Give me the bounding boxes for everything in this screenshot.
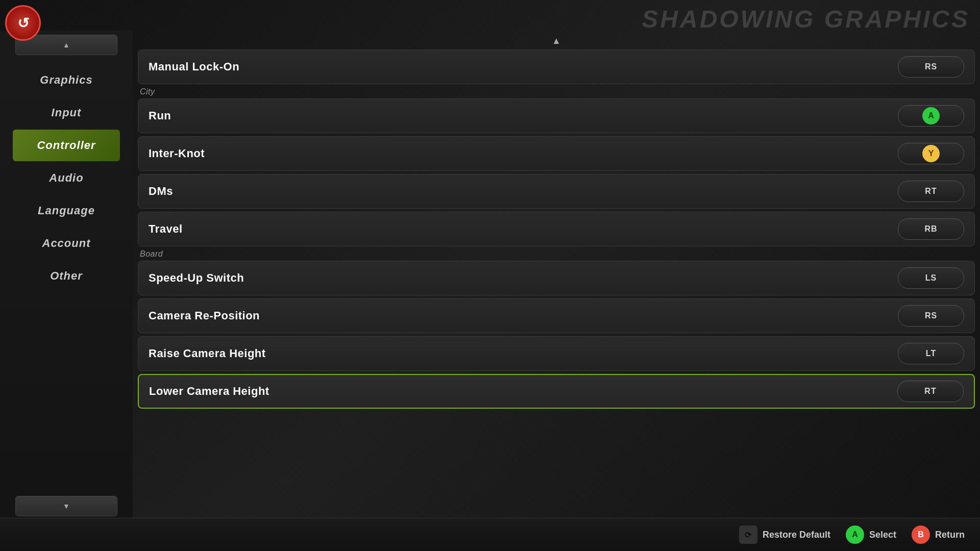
button-badge-rt-dms: RT xyxy=(920,187,942,196)
logo-icon: ↺ xyxy=(5,5,41,41)
setting-label-lower-camera-height: Lower Camera Height xyxy=(149,385,270,398)
setting-row-run[interactable]: Run A xyxy=(138,98,975,133)
setting-button-travel: RB xyxy=(898,218,964,240)
select-action[interactable]: A Select xyxy=(846,525,896,544)
setting-button-interknot: Y xyxy=(898,143,964,164)
bottom-bar: ⟳ Restore Default A Select B Return xyxy=(0,518,980,551)
select-label: Select xyxy=(869,530,896,540)
setting-button-dms: RT xyxy=(898,181,964,202)
section-label-city: City xyxy=(140,87,975,96)
button-badge-rs: RS xyxy=(920,62,942,71)
setting-row-raise-camera-height[interactable]: Raise Camera Height LT xyxy=(138,336,975,371)
setting-button-camera-reposition: RS xyxy=(898,305,964,327)
setting-row-manual-lock-on[interactable]: Manual Lock-On RS xyxy=(138,49,975,84)
select-icon: A xyxy=(846,525,864,544)
sidebar: ▲ Graphics Input Controller Audio Langua… xyxy=(0,31,133,520)
setting-row-dms[interactable]: DMs RT xyxy=(138,174,975,209)
sidebar-item-input[interactable]: Input xyxy=(13,97,120,129)
chevron-up-icon: ▲ xyxy=(63,41,70,49)
sidebar-item-language[interactable]: Language xyxy=(13,195,120,227)
setting-button-speed-up-switch: LS xyxy=(898,267,964,289)
return-action[interactable]: B Return xyxy=(912,525,965,544)
sidebar-item-graphics[interactable]: Graphics xyxy=(13,64,120,96)
return-icon: B xyxy=(912,525,930,544)
return-label: Return xyxy=(935,530,965,540)
setting-button-manual-lock-on: RS xyxy=(898,56,964,78)
setting-label-speed-up-switch: Speed-Up Switch xyxy=(149,271,244,285)
sidebar-items-list: Graphics Input Controller Audio Language… xyxy=(7,59,126,492)
setting-row-travel[interactable]: Travel RB xyxy=(138,212,975,246)
button-badge-y: Y xyxy=(922,145,940,162)
setting-button-run: A xyxy=(898,105,964,127)
button-badge-lt: LT xyxy=(921,349,941,358)
setting-label-interknot: Inter-Knot xyxy=(149,147,205,160)
setting-label-run: Run xyxy=(149,109,171,122)
button-badge-rs-cam: RS xyxy=(920,311,942,320)
setting-button-raise-camera-height: LT xyxy=(898,343,964,364)
top-right-decoration: SHADOWING GRAPHICS xyxy=(642,5,970,33)
button-badge-ls: LS xyxy=(920,273,942,283)
restore-default-icon: ⟳ xyxy=(739,525,757,544)
sidebar-item-audio[interactable]: Audio xyxy=(13,162,120,194)
setting-label-camera-reposition: Camera Re-Position xyxy=(149,309,260,322)
setting-row-camera-reposition[interactable]: Camera Re-Position RS xyxy=(138,298,975,333)
sidebar-item-controller[interactable]: Controller xyxy=(13,130,120,161)
logo-symbol: ↺ xyxy=(17,15,29,32)
setting-label-raise-camera-height: Raise Camera Height xyxy=(149,347,266,360)
setting-row-speed-up-switch[interactable]: Speed-Up Switch LS xyxy=(138,261,975,295)
sidebar-item-account[interactable]: Account xyxy=(13,228,120,259)
chevron-down-icon: ▼ xyxy=(63,502,70,510)
setting-row-lower-camera-height[interactable]: Lower Camera Height RT xyxy=(138,374,975,409)
setting-row-interknot[interactable]: Inter-Knot Y xyxy=(138,136,975,171)
setting-label-travel: Travel xyxy=(149,222,183,236)
scroll-up-indicator: ▲ xyxy=(138,36,975,46)
button-badge-rb: RB xyxy=(919,224,942,234)
sidebar-item-other[interactable]: Other xyxy=(13,260,120,292)
button-badge-rt-cam: RT xyxy=(919,387,941,396)
main-content: ▲ Manual Lock-On RS City Run A Inter-Kno… xyxy=(138,31,975,515)
section-label-board: Board xyxy=(140,249,975,259)
restore-default-action[interactable]: ⟳ Restore Default xyxy=(739,525,830,544)
sidebar-scroll-down-button[interactable]: ▼ xyxy=(15,496,117,516)
logo-area: ↺ xyxy=(5,5,41,41)
button-badge-a: A xyxy=(922,107,940,124)
setting-label-dms: DMs xyxy=(149,185,173,198)
setting-button-lower-camera-height: RT xyxy=(897,381,964,402)
restore-default-label: Restore Default xyxy=(763,530,830,540)
setting-label-manual-lock-on: Manual Lock-On xyxy=(149,60,239,73)
